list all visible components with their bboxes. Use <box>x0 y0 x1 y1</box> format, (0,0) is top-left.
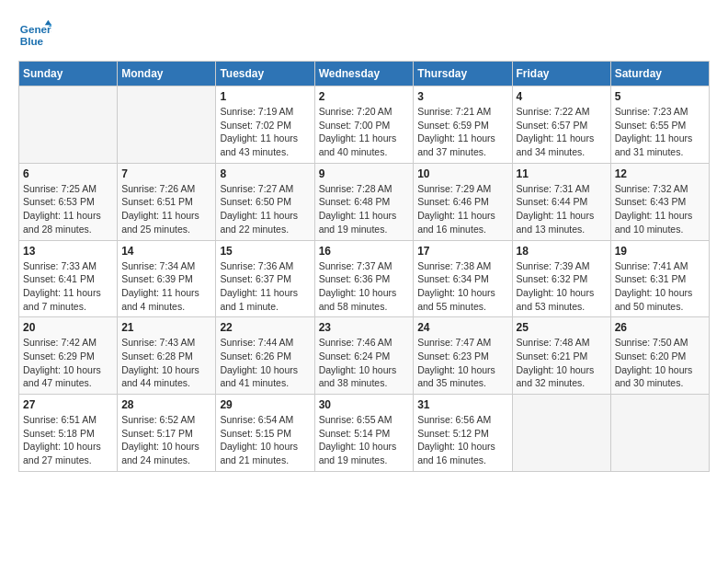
calendar-cell: 6Sunrise: 7:25 AM Sunset: 6:53 PM Daylig… <box>19 163 118 240</box>
weekday-header: Wednesday <box>314 62 414 86</box>
calendar-cell: 1Sunrise: 7:19 AM Sunset: 7:02 PM Daylig… <box>216 86 314 164</box>
calendar-cell: 21Sunrise: 7:43 AM Sunset: 6:28 PM Dayli… <box>118 317 216 395</box>
calendar-cell: 8Sunrise: 7:27 AM Sunset: 6:50 PM Daylig… <box>216 163 314 240</box>
day-number: 8 <box>220 167 310 180</box>
day-number: 27 <box>23 398 113 411</box>
day-number: 30 <box>319 398 410 411</box>
calendar-cell <box>19 86 118 164</box>
day-info: Sunrise: 6:51 AM Sunset: 5:18 PM Dayligh… <box>23 413 113 467</box>
calendar-cell: 3Sunrise: 7:21 AM Sunset: 6:59 PM Daylig… <box>414 86 512 164</box>
calendar-cell: 12Sunrise: 7:32 AM Sunset: 6:43 PM Dayli… <box>610 163 709 240</box>
day-info: Sunrise: 7:23 AM Sunset: 6:55 PM Dayligh… <box>615 105 705 159</box>
calendar-cell: 2Sunrise: 7:20 AM Sunset: 7:00 PM Daylig… <box>314 86 414 164</box>
day-number: 3 <box>417 90 507 103</box>
calendar-cell: 10Sunrise: 7:29 AM Sunset: 6:46 PM Dayli… <box>414 163 512 240</box>
day-number: 6 <box>23 167 113 180</box>
day-info: Sunrise: 6:52 AM Sunset: 5:17 PM Dayligh… <box>121 413 211 467</box>
day-info: Sunrise: 7:32 AM Sunset: 6:43 PM Dayligh… <box>615 182 705 236</box>
day-number: 9 <box>319 167 410 180</box>
calendar-table: SundayMondayTuesdayWednesdayThursdayFrid… <box>18 61 710 472</box>
calendar-cell: 14Sunrise: 7:34 AM Sunset: 6:39 PM Dayli… <box>118 240 216 317</box>
day-info: Sunrise: 7:38 AM Sunset: 6:34 PM Dayligh… <box>417 259 507 314</box>
calendar-cell <box>512 395 610 472</box>
calendar-cell <box>610 395 709 472</box>
calendar-cell: 31Sunrise: 6:56 AM Sunset: 5:12 PM Dayli… <box>414 395 512 472</box>
calendar-cell: 4Sunrise: 7:22 AM Sunset: 6:57 PM Daylig… <box>512 86 610 164</box>
day-number: 13 <box>23 245 113 258</box>
day-number: 10 <box>417 167 507 180</box>
svg-text:Blue: Blue <box>20 35 44 47</box>
day-info: Sunrise: 6:55 AM Sunset: 5:14 PM Dayligh… <box>319 413 410 467</box>
calendar-cell: 22Sunrise: 7:44 AM Sunset: 6:26 PM Dayli… <box>216 317 314 395</box>
day-number: 21 <box>121 321 211 334</box>
day-info: Sunrise: 7:37 AM Sunset: 6:36 PM Dayligh… <box>319 259 410 314</box>
calendar-cell: 27Sunrise: 6:51 AM Sunset: 5:18 PM Dayli… <box>19 395 118 472</box>
day-number: 26 <box>615 321 705 334</box>
calendar-cell: 26Sunrise: 7:50 AM Sunset: 6:20 PM Dayli… <box>610 317 709 395</box>
weekday-header: Tuesday <box>216 62 314 86</box>
calendar-cell <box>118 86 216 164</box>
calendar-cell: 18Sunrise: 7:39 AM Sunset: 6:32 PM Dayli… <box>512 240 610 317</box>
day-number: 31 <box>417 398 507 411</box>
day-info: Sunrise: 7:50 AM Sunset: 6:20 PM Dayligh… <box>615 336 705 390</box>
day-info: Sunrise: 7:34 AM Sunset: 6:39 PM Dayligh… <box>121 259 211 314</box>
weekday-header: Saturday <box>610 62 709 86</box>
day-number: 5 <box>615 90 705 103</box>
day-info: Sunrise: 7:20 AM Sunset: 7:00 PM Dayligh… <box>319 105 410 159</box>
calendar-cell: 29Sunrise: 6:54 AM Sunset: 5:15 PM Dayli… <box>216 395 314 472</box>
weekday-header: Friday <box>512 62 610 86</box>
day-number: 25 <box>517 321 607 334</box>
day-number: 1 <box>220 90 310 103</box>
day-number: 2 <box>319 90 410 103</box>
day-number: 23 <box>319 321 410 334</box>
day-number: 24 <box>417 321 507 334</box>
calendar-cell: 5Sunrise: 7:23 AM Sunset: 6:55 PM Daylig… <box>610 86 709 164</box>
calendar-cell: 28Sunrise: 6:52 AM Sunset: 5:17 PM Dayli… <box>118 395 216 472</box>
day-info: Sunrise: 7:22 AM Sunset: 6:57 PM Dayligh… <box>517 105 607 159</box>
day-info: Sunrise: 7:41 AM Sunset: 6:31 PM Dayligh… <box>615 259 705 314</box>
day-info: Sunrise: 7:25 AM Sunset: 6:53 PM Dayligh… <box>23 182 113 236</box>
day-number: 14 <box>121 245 211 258</box>
day-info: Sunrise: 7:21 AM Sunset: 6:59 PM Dayligh… <box>417 105 507 159</box>
day-number: 17 <box>417 245 507 258</box>
day-number: 28 <box>121 398 211 411</box>
day-info: Sunrise: 7:48 AM Sunset: 6:21 PM Dayligh… <box>517 336 607 390</box>
calendar-cell: 25Sunrise: 7:48 AM Sunset: 6:21 PM Dayli… <box>512 317 610 395</box>
day-number: 18 <box>517 245 607 258</box>
day-number: 16 <box>319 245 410 258</box>
calendar-cell: 13Sunrise: 7:33 AM Sunset: 6:41 PM Dayli… <box>19 240 118 317</box>
calendar-cell: 20Sunrise: 7:42 AM Sunset: 6:29 PM Dayli… <box>19 317 118 395</box>
day-number: 7 <box>121 167 211 180</box>
calendar-cell: 16Sunrise: 7:37 AM Sunset: 6:36 PM Dayli… <box>314 240 414 317</box>
day-number: 15 <box>220 245 310 258</box>
weekday-header: Monday <box>118 62 216 86</box>
day-info: Sunrise: 7:31 AM Sunset: 6:44 PM Dayligh… <box>517 182 607 236</box>
logo: General Blue <box>18 18 51 52</box>
day-info: Sunrise: 7:39 AM Sunset: 6:32 PM Dayligh… <box>517 259 607 314</box>
calendar-cell: 19Sunrise: 7:41 AM Sunset: 6:31 PM Dayli… <box>610 240 709 317</box>
day-number: 11 <box>517 167 607 180</box>
calendar-cell: 23Sunrise: 7:46 AM Sunset: 6:24 PM Dayli… <box>314 317 414 395</box>
calendar-cell: 11Sunrise: 7:31 AM Sunset: 6:44 PM Dayli… <box>512 163 610 240</box>
day-number: 29 <box>220 398 310 411</box>
day-number: 19 <box>615 245 705 258</box>
day-info: Sunrise: 7:19 AM Sunset: 7:02 PM Dayligh… <box>220 105 310 159</box>
day-info: Sunrise: 6:54 AM Sunset: 5:15 PM Dayligh… <box>220 413 310 467</box>
weekday-header: Sunday <box>19 62 118 86</box>
day-info: Sunrise: 7:27 AM Sunset: 6:50 PM Dayligh… <box>220 182 310 236</box>
logo-icon: General Blue <box>18 18 51 52</box>
day-info: Sunrise: 7:42 AM Sunset: 6:29 PM Dayligh… <box>23 336 113 390</box>
day-info: Sunrise: 7:33 AM Sunset: 6:41 PM Dayligh… <box>23 259 113 314</box>
day-number: 4 <box>517 90 607 103</box>
weekday-header: Thursday <box>414 62 512 86</box>
day-number: 12 <box>615 167 705 180</box>
day-info: Sunrise: 7:28 AM Sunset: 6:48 PM Dayligh… <box>319 182 410 236</box>
calendar-cell: 7Sunrise: 7:26 AM Sunset: 6:51 PM Daylig… <box>118 163 216 240</box>
day-info: Sunrise: 7:36 AM Sunset: 6:37 PM Dayligh… <box>220 259 310 314</box>
day-info: Sunrise: 7:44 AM Sunset: 6:26 PM Dayligh… <box>220 336 310 390</box>
day-info: Sunrise: 6:56 AM Sunset: 5:12 PM Dayligh… <box>417 413 507 467</box>
calendar-cell: 24Sunrise: 7:47 AM Sunset: 6:23 PM Dayli… <box>414 317 512 395</box>
day-info: Sunrise: 7:43 AM Sunset: 6:28 PM Dayligh… <box>121 336 211 390</box>
calendar-cell: 15Sunrise: 7:36 AM Sunset: 6:37 PM Dayli… <box>216 240 314 317</box>
day-info: Sunrise: 7:46 AM Sunset: 6:24 PM Dayligh… <box>319 336 410 390</box>
